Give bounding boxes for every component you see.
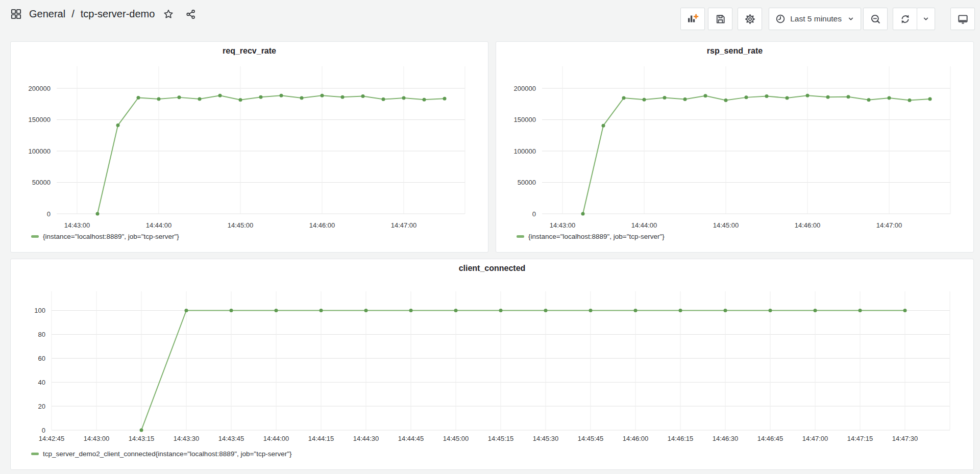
legend-series-label: {instance="localhost:8889", job="tcp-ser… <box>528 233 665 240</box>
series-point <box>198 97 202 101</box>
dashboard-settings-button[interactable] <box>738 8 762 30</box>
series-point <box>724 309 727 312</box>
series-point <box>908 98 912 102</box>
y-axis-tick-label: 200000 <box>29 85 51 92</box>
series-point <box>218 94 222 97</box>
series-point <box>402 96 406 100</box>
y-axis-tick-label: 20 <box>38 403 45 410</box>
y-axis-tick-label: 50000 <box>518 179 536 186</box>
series-point <box>859 309 862 312</box>
legend-series-swatch <box>31 235 39 238</box>
req-recv-rate-graph[interactable]: 05000010000015000020000014:43:0014:44:00… <box>11 60 488 230</box>
zoom-out-icon <box>870 13 881 25</box>
client-connected-graph[interactable]: 02040608010014:42:4514:43:0014:43:1514:4… <box>11 278 973 447</box>
y-axis-tick-label: 100 <box>34 307 45 314</box>
time-range-label: Last 5 minutes <box>790 14 842 23</box>
x-axis-tick-label: 14:43:30 <box>174 435 200 442</box>
x-axis-tick-label: 14:42:45 <box>39 435 65 442</box>
series-line <box>97 95 445 214</box>
panel-title-text: client_connected <box>459 264 526 273</box>
y-axis-tick-label: 60 <box>38 355 45 362</box>
series-point <box>602 124 605 128</box>
breadcrumb-dashboard-title[interactable]: tcp-server-demo <box>81 8 155 20</box>
y-axis-tick-label: 0 <box>42 427 45 434</box>
share-icon[interactable] <box>184 8 198 21</box>
x-axis-tick-label: 14:46:00 <box>309 221 335 229</box>
chevron-down-icon <box>847 15 855 23</box>
x-axis-tick-label: 14:46:30 <box>713 435 739 442</box>
x-axis-tick-label: 14:44:00 <box>263 435 289 442</box>
chevron-down-icon <box>922 15 930 23</box>
series-point <box>361 94 365 98</box>
breadcrumb: General / tcp-server-demo <box>9 7 198 21</box>
series-point <box>259 95 263 99</box>
x-axis-tick-label: 14:44:00 <box>146 221 172 229</box>
legend-item-conn[interactable]: tcp_server_demo2_client_connected{instan… <box>31 450 973 458</box>
series-point <box>544 309 548 312</box>
panel-title-req-recv-rate[interactable]: req_recv_rate <box>11 42 488 60</box>
apps-grid-icon[interactable] <box>9 7 23 21</box>
x-axis-tick-label: 14:43:00 <box>84 435 110 442</box>
y-axis-tick-label: 200000 <box>514 85 536 92</box>
refresh-button[interactable] <box>893 8 917 30</box>
save-dashboard-button[interactable] <box>708 8 732 30</box>
x-axis-tick-label: 14:47:15 <box>847 435 873 442</box>
series-point <box>683 97 687 101</box>
time-range-picker[interactable]: Last 5 minutes <box>769 8 861 30</box>
panel-title-client-connected[interactable]: client_connected <box>11 259 973 278</box>
y-axis-tick-label: 100000 <box>29 147 51 155</box>
series-point <box>300 96 304 100</box>
series-point <box>826 95 830 99</box>
series-line <box>583 95 930 214</box>
x-axis-tick-label: 14:45:00 <box>228 221 254 229</box>
add-panel-button[interactable] <box>680 8 705 30</box>
x-axis-tick-label: 14:45:30 <box>533 435 559 442</box>
panel-client-connected: client_connected 02040608010014:42:4514:… <box>10 259 974 470</box>
series-point <box>341 95 345 99</box>
x-axis-tick-label: 14:46:00 <box>623 435 649 442</box>
x-axis-tick-label: 14:46:45 <box>757 435 783 442</box>
refresh-button-group <box>893 8 935 30</box>
y-axis-tick-label: 100000 <box>514 147 536 155</box>
legend-series-label: {instance="localhost:8889", job="tcp-ser… <box>43 233 179 240</box>
save-icon <box>715 13 726 25</box>
series-point <box>239 98 242 102</box>
panel-title-rsp-send-rate[interactable]: rsp_send_rate <box>496 42 973 60</box>
y-axis-tick-label: 50000 <box>32 179 51 186</box>
refresh-interval-button[interactable] <box>917 8 935 30</box>
series-point <box>867 98 871 102</box>
series-point <box>888 96 891 100</box>
legend-item-req[interactable]: {instance="localhost:8889", job="tcp-ser… <box>31 233 488 240</box>
kiosk-mode-button[interactable] <box>950 8 975 30</box>
panel-title-text: rsp_send_rate <box>707 46 763 56</box>
series-point <box>589 309 593 312</box>
series-point <box>745 95 748 99</box>
series-point <box>679 309 682 312</box>
series-point <box>622 96 626 100</box>
series-point <box>814 309 817 312</box>
series-point <box>321 94 324 97</box>
kiosk-mode-icon <box>957 13 969 25</box>
breadcrumb-section[interactable]: General <box>29 8 65 20</box>
series-point <box>663 96 667 99</box>
series-point <box>847 95 850 98</box>
zoom-out-button[interactable] <box>863 8 888 30</box>
series-point <box>454 309 458 312</box>
star-icon[interactable] <box>162 8 175 21</box>
panel-title-text: req_recv_rate <box>223 46 276 56</box>
refresh-icon <box>899 13 911 25</box>
x-axis-tick-label: 14:45:15 <box>488 435 514 442</box>
y-axis-tick-label: 80 <box>38 331 45 338</box>
rsp-send-rate-graph[interactable]: 05000010000015000020000014:43:0014:44:00… <box>496 60 973 230</box>
dashboard-toolbar: Last 5 minutes <box>680 8 975 30</box>
series-point <box>786 96 789 100</box>
series-point <box>499 309 503 312</box>
x-axis-tick-label: 14:45:45 <box>578 435 604 442</box>
series-point <box>116 123 120 127</box>
y-axis-tick-label: 40 <box>38 379 45 386</box>
panel-rsp-send-rate: rsp_send_rate 05000010000015000020000014… <box>496 41 974 253</box>
series-point <box>364 309 368 312</box>
x-axis-tick-label: 14:46:00 <box>795 221 821 229</box>
x-axis-tick-label: 14:47:00 <box>802 435 828 442</box>
legend-item-rsp[interactable]: {instance="localhost:8889", job="tcp-ser… <box>517 233 973 240</box>
